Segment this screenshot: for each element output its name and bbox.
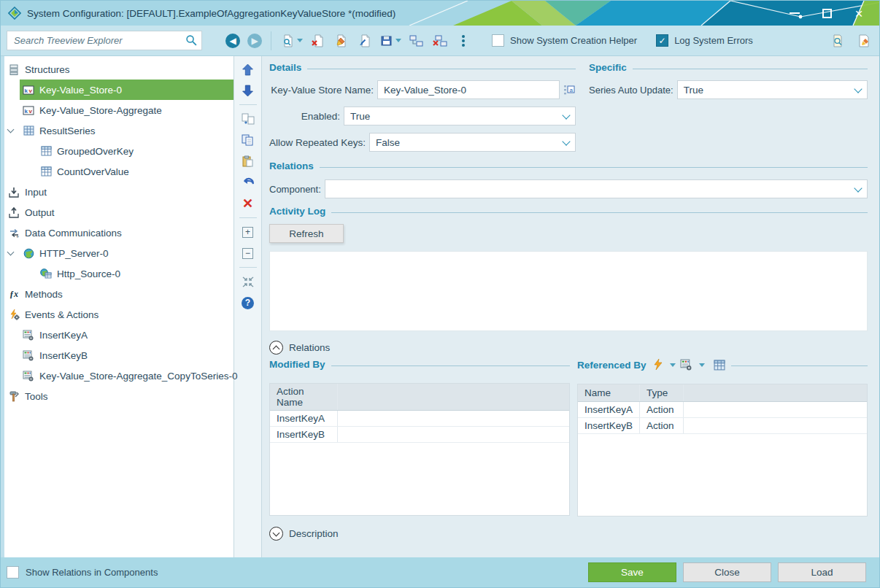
tree-item-methods[interactable]: ƒx Methods bbox=[1, 284, 233, 304]
maximize-button[interactable] bbox=[811, 2, 843, 24]
unlink-component-button[interactable] bbox=[431, 31, 449, 51]
more-options-button[interactable] bbox=[454, 31, 473, 51]
tree-item-insertkeya[interactable]: InsertKeyA bbox=[1, 325, 233, 345]
relations-panel-toggle[interactable]: Relations bbox=[269, 341, 868, 355]
tree-item-groupedoverkey[interactable]: GroupedOverKey bbox=[1, 141, 233, 161]
tree-item-data-communications[interactable]: + Data Communications bbox=[1, 223, 233, 243]
tree-item-http-source-0[interactable]: Http_Source-0 bbox=[1, 263, 233, 284]
save-component-button[interactable] bbox=[379, 31, 403, 51]
close-button[interactable]: × bbox=[843, 2, 875, 24]
more-options-icon bbox=[462, 35, 465, 47]
collapse-chevron-icon[interactable] bbox=[7, 249, 15, 256]
search-icon[interactable] bbox=[185, 34, 198, 47]
modified-by-table: Action Name InsertKeyA InsertKeyB bbox=[269, 383, 570, 516]
svg-text:+: + bbox=[16, 233, 19, 239]
preview-log-button[interactable] bbox=[828, 31, 847, 51]
component-select[interactable] bbox=[325, 179, 868, 198]
tree-item-structures[interactable]: Structures bbox=[1, 59, 233, 80]
app-window: System Configuration: [DEFAULT].ExampleO… bbox=[0, 0, 880, 588]
modified-by-section-header: Modified By bbox=[269, 359, 570, 370]
link-component-icon bbox=[409, 34, 424, 47]
undo-button[interactable] bbox=[240, 175, 256, 190]
tree-item-events-actions[interactable]: Events & Actions bbox=[1, 304, 233, 325]
enabled-select[interactable]: True bbox=[344, 107, 576, 125]
search-input[interactable] bbox=[7, 31, 202, 50]
delete-button[interactable]: ✕ bbox=[240, 196, 256, 211]
events-filter-icon[interactable] bbox=[652, 359, 663, 371]
tree-item-insertkeyb[interactable]: InsertKeyB bbox=[1, 345, 233, 365]
name-cell: InsertKeyA bbox=[578, 401, 640, 417]
referenced-by-name-header[interactable]: Name bbox=[578, 384, 640, 401]
save-button[interactable]: Save bbox=[588, 562, 676, 582]
save-component-dropdown-icon bbox=[395, 39, 401, 42]
paste-button[interactable] bbox=[240, 154, 256, 169]
navigate-back-button[interactable]: ◀ bbox=[225, 34, 240, 48]
action-name-cell: InsertKeyB bbox=[270, 427, 337, 443]
tree-item-resultseries[interactable]: ResultSeries bbox=[1, 120, 233, 141]
tree-item-key-value-store-aggregate[interactable]: kv Key-Value_Store-Aggregate bbox=[1, 100, 233, 120]
allow-repeated-keys-select[interactable]: False bbox=[369, 133, 576, 152]
help-button[interactable]: ? bbox=[240, 295, 256, 310]
details-heading: Details bbox=[269, 62, 301, 73]
move-up-icon bbox=[242, 63, 254, 76]
refresh-button[interactable]: Refresh bbox=[269, 224, 344, 243]
move-up-button[interactable] bbox=[240, 62, 256, 77]
tree-item-label: Key-Value_Store-Aggregate_CopyToSeries-0 bbox=[39, 371, 237, 382]
data-communications-icon: + bbox=[8, 227, 20, 239]
show-relations-in-components-checkbox[interactable] bbox=[7, 566, 19, 579]
rename-field-icon[interactable]: a bbox=[563, 84, 576, 96]
table-row[interactable]: InsertKeyB Action bbox=[578, 417, 867, 433]
delete-component-button[interactable] bbox=[309, 31, 328, 51]
edit-notes-button[interactable] bbox=[854, 31, 873, 51]
tree-item-countovervalue[interactable]: CountOverValue bbox=[1, 161, 233, 182]
modified-by-column-filler bbox=[337, 384, 569, 411]
collapse-all-button[interactable]: − bbox=[240, 246, 256, 260]
table-row[interactable]: InsertKeyB bbox=[270, 427, 569, 443]
type-cell: Action bbox=[640, 417, 684, 433]
copy-button[interactable] bbox=[240, 133, 256, 147]
load-button[interactable]: Load bbox=[778, 562, 866, 582]
tree-item-tools[interactable]: Tools bbox=[1, 386, 233, 406]
http-server-icon bbox=[23, 247, 34, 259]
move-down-button[interactable] bbox=[240, 83, 256, 98]
table-row[interactable]: InsertKeyA bbox=[270, 411, 569, 427]
rename-component-button[interactable] bbox=[355, 31, 374, 51]
duplicate-icon bbox=[242, 113, 255, 125]
tree-item-output[interactable]: Output bbox=[1, 202, 233, 223]
table-row[interactable]: InsertKeyA Action bbox=[578, 401, 867, 417]
duplicate-button[interactable] bbox=[240, 112, 256, 126]
events-filter-dropdown-icon[interactable] bbox=[670, 363, 676, 367]
link-component-button[interactable] bbox=[407, 31, 426, 51]
tree-item-key-value-store-0[interactable]: kv Key-Value_Store-0 bbox=[20, 80, 233, 100]
collapse-up-icon bbox=[269, 341, 283, 355]
tree-item-copytoseries-0[interactable]: Key-Value_Store-Aggregate_CopyToSeries-0 bbox=[1, 365, 233, 386]
actions-filter-dropdown-icon[interactable] bbox=[699, 363, 705, 367]
series-filter-icon[interactable] bbox=[714, 360, 725, 371]
output-icon bbox=[8, 206, 20, 218]
activity-log-list[interactable] bbox=[269, 251, 868, 331]
key-value-store-name-input[interactable] bbox=[377, 80, 560, 99]
treeview-explorer: Structures kv Key-Value_Store-0 kv Key-V… bbox=[1, 56, 234, 557]
tree-item-input[interactable]: Input bbox=[1, 182, 233, 202]
series-auto-update-select[interactable]: True bbox=[677, 80, 868, 99]
collapse-chevron-icon[interactable] bbox=[7, 126, 15, 134]
tree-item-label: InsertKeyB bbox=[39, 350, 88, 361]
referenced-by-type-header[interactable]: Type bbox=[640, 384, 684, 401]
expand-all-button[interactable]: + bbox=[240, 225, 256, 239]
fit-view-button[interactable] bbox=[240, 274, 256, 289]
log-system-errors-checkbox[interactable]: ✓ bbox=[656, 34, 668, 47]
navigate-forward-button[interactable]: ▶ bbox=[247, 34, 262, 48]
minimize-button[interactable] bbox=[779, 2, 811, 24]
name-field-label: Key-Value Store Name: bbox=[271, 85, 374, 96]
section-divider bbox=[331, 212, 868, 213]
delete-icon: ✕ bbox=[242, 197, 253, 210]
description-panel-toggle[interactable]: Description bbox=[269, 527, 868, 541]
tree-item-http-server-0[interactable]: HTTP_Server-0 bbox=[1, 243, 233, 263]
relations-heading: Relations bbox=[269, 160, 314, 171]
actions-filter-icon[interactable] bbox=[680, 359, 692, 371]
modified-by-column-header[interactable]: Action Name bbox=[270, 384, 337, 411]
close-button-bottom[interactable]: Close bbox=[683, 562, 771, 582]
add-component-button[interactable] bbox=[280, 31, 304, 51]
show-system-creation-helper-checkbox[interactable] bbox=[492, 34, 504, 47]
edit-component-button[interactable] bbox=[332, 31, 351, 51]
